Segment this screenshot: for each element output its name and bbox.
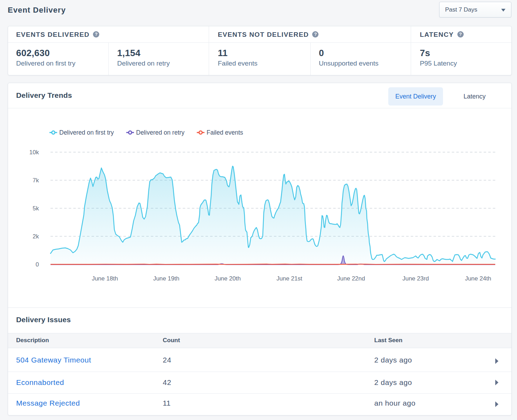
svg-text:June 23rd: June 23rd bbox=[402, 275, 429, 282]
svg-text:Delivered on retry: Delivered on retry bbox=[136, 129, 184, 136]
svg-text:5k: 5k bbox=[33, 205, 39, 212]
svg-text:0: 0 bbox=[36, 261, 39, 268]
svg-text:June 18th: June 18th bbox=[92, 275, 118, 282]
svg-text:June 21st: June 21st bbox=[276, 275, 302, 282]
svg-text:June 19th: June 19th bbox=[153, 275, 180, 282]
svg-text:Failed events: Failed events bbox=[207, 129, 243, 136]
svg-text:7k: 7k bbox=[33, 177, 39, 184]
svg-text:10k: 10k bbox=[29, 149, 39, 156]
svg-text:June 22nd: June 22nd bbox=[337, 275, 365, 282]
svg-text:Delivered on first try: Delivered on first try bbox=[59, 129, 114, 136]
svg-text:June 24th: June 24th bbox=[465, 275, 491, 282]
svg-text:June 20th: June 20th bbox=[215, 275, 241, 282]
svg-text:2k: 2k bbox=[33, 233, 39, 240]
